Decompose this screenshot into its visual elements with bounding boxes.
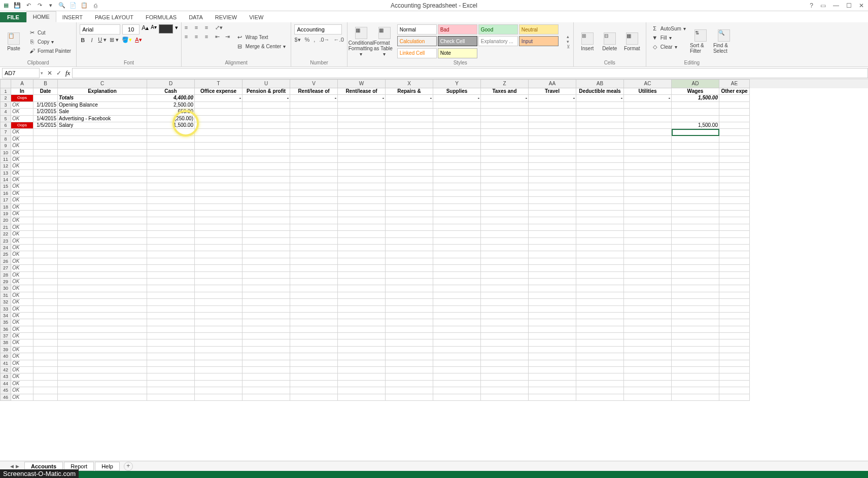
cell[interactable] bbox=[386, 394, 433, 401]
cell[interactable] bbox=[33, 136, 58, 143]
cell[interactable] bbox=[529, 190, 576, 197]
cell[interactable] bbox=[242, 394, 290, 401]
row-header[interactable]: 11 bbox=[0, 156, 11, 163]
cell[interactable] bbox=[433, 381, 481, 387]
name-box-dropdown-icon[interactable]: ▾ bbox=[41, 71, 43, 76]
cell[interactable] bbox=[624, 353, 672, 360]
cell[interactable] bbox=[242, 251, 290, 258]
cell[interactable] bbox=[58, 367, 147, 373]
cell[interactable] bbox=[195, 360, 242, 367]
cell[interactable] bbox=[481, 367, 529, 373]
cell[interactable] bbox=[433, 387, 481, 394]
cell[interactable]: OK bbox=[11, 333, 33, 339]
cell[interactable] bbox=[672, 292, 719, 299]
cell[interactable] bbox=[58, 251, 147, 258]
cell[interactable]: OK bbox=[11, 116, 33, 122]
cell[interactable] bbox=[58, 279, 147, 285]
cell[interactable] bbox=[147, 353, 195, 360]
cell[interactable] bbox=[290, 183, 338, 190]
cell[interactable] bbox=[672, 136, 719, 143]
cell[interactable] bbox=[338, 197, 386, 203]
cell[interactable] bbox=[529, 122, 576, 129]
cell[interactable] bbox=[719, 279, 750, 285]
format-as-table-button[interactable]: ▦Format as Table▾ bbox=[374, 24, 395, 59]
cell[interactable] bbox=[33, 251, 58, 258]
cell[interactable] bbox=[624, 109, 672, 115]
cell[interactable] bbox=[529, 224, 576, 231]
cell[interactable] bbox=[386, 183, 433, 190]
cell[interactable] bbox=[529, 326, 576, 333]
formula-input[interactable] bbox=[72, 68, 868, 78]
cell[interactable] bbox=[529, 258, 576, 265]
increase-decimal-icon[interactable]: .0→ bbox=[319, 37, 329, 43]
cell[interactable] bbox=[33, 347, 58, 353]
cell[interactable] bbox=[529, 217, 576, 224]
cell[interactable] bbox=[624, 251, 672, 258]
cell[interactable] bbox=[624, 190, 672, 197]
cell[interactable] bbox=[33, 292, 58, 299]
cell[interactable] bbox=[576, 150, 624, 156]
cell[interactable] bbox=[290, 231, 338, 237]
cell[interactable] bbox=[481, 197, 529, 203]
row-header[interactable]: 37 bbox=[0, 333, 11, 339]
cell[interactable] bbox=[529, 394, 576, 401]
cell[interactable]: OK bbox=[11, 150, 33, 156]
cell[interactable] bbox=[481, 285, 529, 292]
cell[interactable] bbox=[386, 217, 433, 224]
increase-font-icon[interactable]: A▴ bbox=[142, 24, 149, 35]
cell[interactable] bbox=[672, 339, 719, 346]
cell[interactable] bbox=[386, 102, 433, 109]
cell[interactable] bbox=[242, 217, 290, 224]
cell[interactable] bbox=[147, 204, 195, 211]
cell[interactable]: OK bbox=[11, 313, 33, 319]
cell[interactable] bbox=[624, 279, 672, 285]
cell[interactable] bbox=[529, 170, 576, 177]
cell[interactable] bbox=[481, 313, 529, 319]
cell[interactable] bbox=[481, 245, 529, 251]
orientation-icon[interactable]: ⤢▾ bbox=[215, 24, 222, 31]
cell[interactable] bbox=[481, 360, 529, 367]
cell[interactable] bbox=[33, 156, 58, 163]
cell[interactable] bbox=[290, 360, 338, 367]
qat-icon5[interactable]: ⎙ bbox=[91, 2, 99, 10]
cell[interactable] bbox=[338, 129, 386, 135]
row-header[interactable]: 25 bbox=[0, 251, 11, 258]
column-header[interactable]: AE bbox=[719, 79, 750, 88]
cell[interactable] bbox=[290, 353, 338, 360]
cell[interactable] bbox=[529, 299, 576, 305]
cell[interactable] bbox=[195, 381, 242, 387]
align-top-icon[interactable]: ≡ bbox=[185, 24, 192, 31]
cell[interactable] bbox=[33, 326, 58, 333]
cell[interactable] bbox=[147, 394, 195, 401]
cell[interactable]: Travel bbox=[529, 88, 576, 95]
cell[interactable] bbox=[433, 156, 481, 163]
cell[interactable] bbox=[624, 306, 672, 313]
cell[interactable]: Deductible meals bbox=[576, 88, 624, 95]
cell[interactable] bbox=[242, 333, 290, 339]
cell[interactable] bbox=[58, 353, 147, 360]
row-header[interactable]: 15 bbox=[0, 183, 11, 190]
wrap-text-button[interactable]: ↩Wrap Text bbox=[234, 33, 288, 41]
cell[interactable] bbox=[338, 394, 386, 401]
cell[interactable] bbox=[624, 272, 672, 279]
cell[interactable] bbox=[290, 258, 338, 265]
cell[interactable] bbox=[576, 347, 624, 353]
cell[interactable] bbox=[147, 231, 195, 237]
row-header[interactable]: 4 bbox=[0, 109, 11, 115]
cell[interactable] bbox=[147, 129, 195, 135]
cell[interactable] bbox=[242, 258, 290, 265]
cell[interactable] bbox=[147, 224, 195, 231]
cell[interactable] bbox=[433, 204, 481, 211]
cell[interactable] bbox=[58, 245, 147, 251]
cell[interactable]: Advertising - Facebook bbox=[58, 116, 147, 122]
row-header[interactable]: 22 bbox=[0, 231, 11, 237]
cell[interactable] bbox=[433, 129, 481, 135]
cell[interactable] bbox=[576, 353, 624, 360]
cell[interactable] bbox=[147, 238, 195, 245]
cell[interactable] bbox=[338, 292, 386, 299]
row-header[interactable]: 29 bbox=[0, 279, 11, 285]
cell[interactable] bbox=[195, 217, 242, 224]
row-header[interactable]: 8 bbox=[0, 136, 11, 143]
cell[interactable] bbox=[33, 299, 58, 305]
cell[interactable] bbox=[529, 360, 576, 367]
